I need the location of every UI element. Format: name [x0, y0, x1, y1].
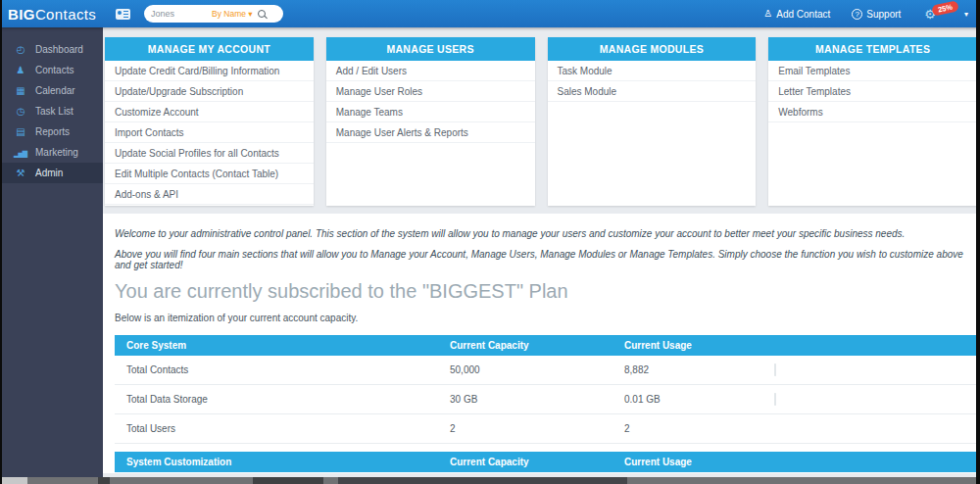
sidebar-item-dashboard[interactable]: Dashboard	[0, 39, 103, 60]
row-capacity: 30 GB	[450, 394, 624, 405]
admin-panels: MANAGE MY ACCOUNT Update Credit Card/Bil…	[103, 27, 980, 206]
table-header-row: System Customization Current Capacity Cu…	[115, 452, 980, 472]
search-input[interactable]	[151, 9, 212, 19]
panel-link[interactable]: Update Credit Card/Billing Information	[105, 61, 314, 81]
plan-section: Welcome to your administrative control p…	[103, 214, 980, 473]
chevron-down-icon: ▾	[964, 10, 968, 19]
sidebar-item-reports[interactable]: Reports	[0, 121, 103, 142]
intro-line-1: Welcome to your administrative control p…	[115, 228, 980, 239]
usage-percent-badge: 25%	[931, 0, 959, 16]
sidebar-item-task-list[interactable]: Task List	[0, 101, 103, 121]
taskbar-strip	[0, 477, 980, 484]
admin-panel: MANAGE TEMPLATES Email Templates Letter …	[768, 37, 977, 206]
chevron-down-icon: ▾	[248, 9, 252, 19]
panel-link[interactable]: Sales Module	[548, 81, 757, 102]
capacity-tables: Core System Current Capacity Current Usa…	[115, 335, 980, 473]
row-label: Total Users	[126, 423, 450, 434]
usage-progress-bar	[774, 393, 776, 406]
marketing-icon	[14, 147, 26, 158]
row-usage: 0.01 GB	[624, 394, 774, 405]
panel-link[interactable]: Letter Templates	[768, 81, 977, 102]
intro-text: Welcome to your administrative control p…	[115, 228, 980, 270]
help-icon: ?	[852, 9, 862, 20]
panel-title: MANAGE MY ACCOUNT	[105, 37, 314, 61]
panel-link[interactable]: Customize Account	[105, 102, 314, 122]
add-contact-button[interactable]: ♙ Add Contact	[763, 9, 830, 20]
search-filter-dropdown[interactable]: By Name ▾	[212, 9, 253, 19]
search-icon[interactable]	[258, 10, 266, 18]
sidebar-item-label: Task List	[35, 106, 74, 117]
panel-link[interactable]: Edit Multiple Contacts (Contact Table)	[105, 164, 314, 184]
sidebar-item-label: Marketing	[35, 147, 78, 158]
app-window: BIGContacts By Name ▾ ♙ Add Contact ? Su…	[0, 0, 980, 484]
logo-bold: BIG	[8, 6, 35, 23]
calendar-icon	[14, 85, 26, 96]
panel-link[interactable]: Manage User Alerts & Reports	[326, 122, 535, 143]
reports-icon	[14, 126, 26, 137]
add-contact-icon: ♙	[763, 9, 772, 19]
sidebar-item-label: Contacts	[35, 65, 74, 75]
wrench-icon	[14, 168, 26, 178]
app-logo: BIGContacts	[8, 6, 108, 23]
col-current-usage: Current Usage	[624, 340, 774, 351]
tasklist-icon	[14, 106, 26, 117]
panel-title: MANAGE USERS	[326, 37, 535, 61]
sidebar-nav: Dashboard Contacts Calendar Task List Re…	[0, 27, 103, 484]
contact-card-icon[interactable]	[116, 9, 130, 20]
top-navbar: BIGContacts By Name ▾ ♙ Add Contact ? Su…	[0, 0, 980, 27]
row-label: Total Contacts	[126, 364, 450, 375]
row-usage: 2	[624, 423, 774, 434]
main-content: MANAGE MY ACCOUNT Update Credit Card/Bil…	[103, 27, 980, 484]
panel-title: MANAGE MODULES	[548, 37, 757, 61]
table-row: Contact Groups 20 6	[115, 472, 980, 473]
logo-rest: Contacts	[35, 6, 96, 23]
panel-link[interactable]: Webforms	[768, 102, 977, 122]
sidebar-item-label: Calendar	[35, 85, 75, 96]
sidebar-item-label: Admin	[35, 168, 63, 178]
search-box[interactable]: By Name ▾	[144, 5, 283, 23]
table-header-row: Core System Current Capacity Current Usa…	[115, 335, 980, 356]
table-row: Total Users 2 2	[115, 414, 980, 444]
admin-panel: MANAGE MY ACCOUNT Update Credit Card/Bil…	[105, 37, 314, 206]
usage-progress-bar	[774, 363, 776, 376]
row-label: Total Data Storage	[126, 394, 450, 405]
sidebar-item-label: Dashboard	[35, 44, 83, 55]
sidebar-item-label: Reports	[35, 126, 70, 137]
panel-link[interactable]: Import Contacts	[105, 122, 314, 143]
panel-link[interactable]: Task Module	[548, 61, 757, 81]
table-row: Total Contacts 50,000 8,882	[115, 356, 980, 385]
contacts-icon	[14, 65, 26, 75]
row-capacity: 50,000	[450, 364, 624, 375]
section-title: Core System	[126, 340, 450, 351]
plan-heading: You are currently subscribed to the "BIG…	[115, 280, 980, 303]
table-row: Total Data Storage 30 GB 0.01 GB	[115, 385, 980, 414]
account-menu[interactable]: ⚙ 25% ▾	[924, 7, 968, 22]
sidebar-item-admin[interactable]: Admin	[0, 163, 103, 183]
panel-link[interactable]: Manage User Roles	[326, 81, 535, 102]
sidebar-item-calendar[interactable]: Calendar	[0, 80, 103, 101]
admin-panel: MANAGE USERS Add / Edit Users Manage Use…	[326, 37, 535, 206]
dashboard-icon	[14, 44, 26, 55]
capacity-table: System Customization Current Capacity Cu…	[115, 452, 980, 473]
section-title: System Customization	[126, 457, 450, 467]
row-usage: 8,882	[624, 364, 774, 375]
panel-link[interactable]: Update Social Profiles for all Contacts	[105, 143, 314, 164]
panel-link[interactable]: Update/Upgrade Subscription	[105, 81, 314, 102]
admin-panel: MANAGE MODULES Task Module Sales Module	[548, 37, 757, 206]
row-capacity: 2	[450, 423, 624, 434]
panel-link[interactable]: Add-ons & API	[105, 184, 314, 205]
window-right-edge	[976, 0, 980, 484]
window-left-edge	[0, 0, 2, 484]
panel-link[interactable]: Add / Edit Users	[326, 61, 535, 81]
panel-link[interactable]: Email Templates	[768, 61, 977, 81]
intro-line-2: Above you will find four main sections t…	[115, 249, 980, 270]
panel-title: MANAGE TEMPLATES	[768, 37, 977, 61]
col-current-capacity: Current Capacity	[450, 340, 624, 351]
sidebar-item-marketing[interactable]: Marketing	[0, 142, 103, 163]
support-button[interactable]: ? Support	[852, 9, 901, 20]
capacity-table: Core System Current Capacity Current Usa…	[115, 335, 980, 444]
plan-subheading: Below is an itemization of your current …	[115, 313, 980, 323]
sidebar-item-contacts[interactable]: Contacts	[0, 60, 103, 80]
col-current-usage: Current Usage	[624, 457, 774, 467]
panel-link[interactable]: Manage Teams	[326, 102, 535, 122]
